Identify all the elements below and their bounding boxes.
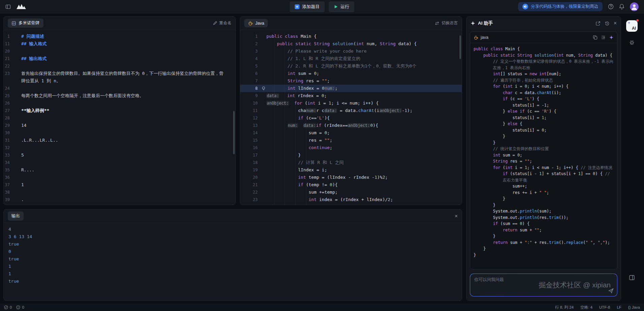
errors-icon[interactable] — [4, 305, 8, 309]
editor-line[interactable]: 15 res = ""; — [240, 137, 462, 144]
editor-line[interactable]: 10anObject: for (int i = 1; i <= num; i+… — [240, 100, 462, 107]
bell-icon[interactable] — [619, 4, 624, 9]
editor-line[interactable]: 20 int temp = (lIndex - rIndex -1)%2; — [240, 174, 462, 181]
docs-panel-icon[interactable] — [629, 275, 635, 281]
problem-line[interactable]: 36 — [4, 174, 234, 181]
editor-line[interactable]: 18 // 计算 R 和 L 之间 — [240, 159, 462, 166]
code-text: sum +=temp; — [266, 189, 337, 196]
line-number: 38 — [4, 189, 21, 196]
switch-language-button[interactable]: 切换语言 — [434, 20, 458, 26]
ai-chat-input[interactable] — [474, 277, 602, 293]
editor-scrollbar[interactable] — [459, 35, 461, 59]
problem-content[interactable]: 1# 问题描述11## 输入格式2021## 输出格式2223首先输出保持竖立的… — [4, 30, 235, 205]
problem-tab[interactable]: 多米诺骨牌 — [8, 19, 43, 28]
problem-line[interactable]: 31.L.R...LR..L.. — [4, 137, 234, 144]
problem-line[interactable]: 25每两个数之间用一个空格隔开，注意最后一个数后面没有空格。 — [4, 92, 234, 100]
rename-button[interactable]: 重命名 — [213, 20, 231, 26]
editor-line[interactable]: 17 } — [240, 151, 462, 159]
problem-panel: 多米诺骨牌 重命名 1# 问题描述11## 输入格式2021## 输出格式222… — [3, 16, 236, 205]
line-number: 20 — [240, 174, 260, 181]
problem-line[interactable]: 26 — [4, 100, 234, 107]
problem-line[interactable]: 30 — [4, 129, 234, 137]
problem-line[interactable]: 21## 输出格式 — [4, 55, 234, 62]
lightbulb-icon[interactable] — [260, 85, 266, 92]
output-line: true — [8, 255, 457, 263]
sidebar-toggle-icon[interactable] — [5, 4, 11, 9]
export-icon[interactable] — [595, 21, 601, 26]
editor-line[interactable]: 4 // 1. L 和 R 之间的肯定是竖立的 — [240, 55, 462, 62]
insert-code-icon[interactable] — [601, 35, 606, 40]
editor-line[interactable]: 22 sum +=temp; — [240, 189, 462, 196]
problem-line[interactable]: 335 — [4, 151, 234, 159]
editor-line[interactable]: 23 int index = (rIndex + lIndex)/2; — [240, 196, 462, 203]
indent-setting[interactable]: 空格: 4 — [580, 305, 592, 310]
avatar[interactable] — [630, 2, 639, 11]
editor-line[interactable]: 5 // 2. R 和 L 之间的下标之差单数为1个，0、双数、无穷为0个 — [240, 62, 462, 70]
run-label: 运行 — [341, 4, 349, 10]
editor-line[interactable]: 21 if (temp != 0){ — [240, 181, 462, 189]
eol-setting[interactable]: LF — [617, 305, 621, 309]
editor-line[interactable]: 1public class Main { — [240, 33, 462, 40]
run-button[interactable]: 运行 — [329, 1, 354, 12]
problem-line[interactable]: 11## 输入格式 — [4, 40, 234, 48]
magic-wand-icon[interactable] — [609, 35, 614, 40]
problem-line[interactable]: 27**输入样例** — [4, 107, 234, 114]
ai-assistant-fab[interactable]: AI — [626, 20, 638, 32]
problem-text: ## 输入格式 — [21, 40, 234, 48]
editor-line[interactable]: 8 int lIndex = 0num:; — [240, 85, 462, 92]
bug-icon[interactable] — [629, 39, 635, 45]
problem-line[interactable]: 24 — [4, 85, 234, 92]
problem-line[interactable]: 20 — [4, 48, 234, 55]
editor-line[interactable]: 6 int sum = 0; — [240, 70, 462, 77]
encoding[interactable]: UTF-8 — [599, 305, 610, 309]
problem-line[interactable]: 32 — [4, 144, 234, 151]
editor-line[interactable]: 3 // Please write your code here — [240, 48, 462, 55]
problem-line[interactable]: 38 — [4, 189, 234, 196]
cursor-position[interactable]: 行 8, 列 24 — [555, 305, 574, 310]
send-icon[interactable] — [608, 288, 614, 293]
problem-line[interactable]: 371 — [4, 181, 234, 189]
history-icon[interactable] — [605, 21, 610, 26]
problem-line[interactable]: 34 — [4, 159, 234, 166]
editor-line[interactable]: 12 if (c=='L'){ — [240, 114, 462, 122]
ai-close-icon[interactable]: × — [614, 21, 617, 26]
code-editor[interactable]: 1public class Main {2 public static Stri… — [240, 30, 462, 205]
problem-text — [21, 159, 234, 166]
help-icon[interactable] — [608, 4, 614, 9]
gutter-spacer — [260, 114, 266, 122]
problem-line[interactable]: 40 — [4, 203, 234, 205]
close-icon[interactable]: × — [455, 214, 458, 219]
editor-panel: Java 切换语言 1public class Main {2 public s… — [240, 16, 462, 205]
editor-line[interactable]: 16 continue; — [240, 144, 462, 151]
editor-line[interactable]: 11 chanum:r cdata: = data.charAt(ianObje… — [240, 107, 462, 114]
output-tab[interactable]: 输出 — [8, 211, 24, 221]
line-number: 25 — [4, 92, 21, 100]
problem-line[interactable]: 1# 问题描述 — [4, 33, 234, 40]
editor-line[interactable]: 7 String res = ""; — [240, 77, 462, 85]
line-number: 28 — [4, 114, 21, 122]
warnings-icon[interactable] — [16, 305, 20, 309]
problem-line[interactable]: 39. — [4, 196, 234, 203]
add-problem-button[interactable]: 添加题目 — [290, 1, 325, 12]
promo-banner[interactable]: 分享代码练习体验，领限量定制周边 — [518, 2, 603, 11]
problem-text: 5 — [21, 151, 234, 159]
notification-dot — [636, 19, 639, 22]
editor-line[interactable]: 9data: int rIndex = 0; — [240, 92, 462, 100]
editor-line[interactable]: 2 public static String solution(int num,… — [240, 40, 462, 48]
problem-line[interactable]: 35R.... — [4, 166, 234, 174]
editor-line[interactable]: 14 sum = 0; — [240, 129, 462, 137]
line-number: 34 — [4, 159, 21, 166]
editor-line[interactable]: 24 res = res + index + " "; — [240, 203, 462, 205]
editor-line[interactable]: 19 lIndex = i; — [240, 166, 462, 174]
language-tab[interactable]: Java — [244, 19, 268, 27]
problem-line[interactable]: 22 — [4, 62, 234, 70]
problem-scrollbar[interactable] — [233, 111, 235, 154]
code-text: } — [266, 151, 301, 159]
copy-icon[interactable] — [593, 35, 598, 40]
editor-line[interactable]: 13 num: data:if (rIndex==anObject:0){ — [240, 122, 462, 129]
output-line: 1 — [8, 270, 457, 278]
problem-line[interactable]: 23首先输出保持竖立的骨牌数目。如果保持竖立的骨牌数目不为 0，下一行输出保持竖… — [4, 70, 234, 85]
problem-line[interactable]: 28 — [4, 114, 234, 122]
language-mode[interactable]: {} Java — [628, 305, 640, 309]
problem-line[interactable]: 2914 — [4, 122, 234, 129]
